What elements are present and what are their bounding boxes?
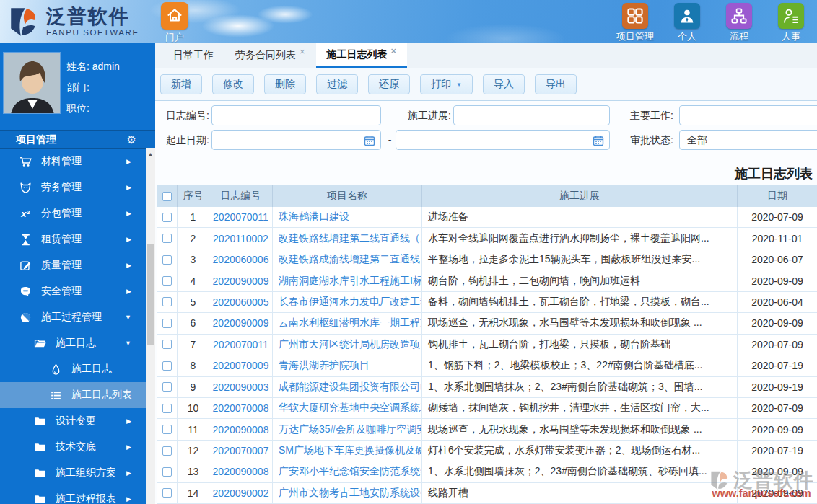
sidebar-item[interactable]: x²分包管理▶ xyxy=(0,200,146,226)
progress-input[interactable] xyxy=(453,105,610,125)
cell-log-no[interactable]: 2020070009 xyxy=(209,355,273,376)
row-checkbox[interactable] xyxy=(162,361,172,371)
sidebar-item[interactable]: 劳务管理▶ xyxy=(0,174,146,200)
row-checkbox[interactable] xyxy=(162,404,172,413)
start-date-input[interactable] xyxy=(211,130,381,150)
cell-project[interactable]: 华软大厦研究基地中央空调系统工程 xyxy=(273,398,422,418)
cell-project[interactable]: SM广场地下车库更换摄像机及硬... xyxy=(273,441,422,461)
column-header[interactable]: 日志编号 xyxy=(209,185,273,207)
scrollbar-thumb[interactable] xyxy=(147,244,154,345)
table-row[interactable]: 52020060005长春市伊通河水力发电厂改建工程备料，砌间墙钩机排土，瓦工砌… xyxy=(157,292,817,313)
sidebar-item[interactable]: 施工日志▼ xyxy=(0,330,146,356)
module-project-management[interactable]: 项目管理 xyxy=(615,3,655,43)
select-all-checkbox[interactable] xyxy=(162,192,172,201)
main-work-input[interactable] xyxy=(679,105,817,125)
close-icon[interactable]: × xyxy=(300,46,305,57)
module-workflow[interactable]: 流程 xyxy=(719,3,759,43)
row-checkbox[interactable] xyxy=(162,319,172,328)
column-header[interactable]: 日期 xyxy=(738,185,817,207)
sidebar-item[interactable]: 租赁管理▶ xyxy=(0,226,146,252)
module-personal[interactable]: 个人 xyxy=(667,3,707,43)
sidebar-item[interactable]: 施工过程管理▼ xyxy=(0,304,146,330)
cell-project[interactable]: 珠海鹤港口建设 xyxy=(273,207,422,227)
toolbar-button[interactable]: 打印▼ xyxy=(420,74,473,94)
table-row[interactable]: 62020090009云南水利枢纽潜明水库一期工程施...现场巡查，无积水现象，… xyxy=(157,313,817,334)
cell-log-no[interactable]: 2020090008 xyxy=(209,419,273,439)
table-row[interactable]: 112020090008万达广场35#会所及咖啡厅空调安...现场巡查，无积水现… xyxy=(157,419,817,440)
sidebar-item[interactable]: 施工日志 xyxy=(0,356,146,382)
column-header[interactable]: 施工进展 xyxy=(422,185,738,207)
column-header[interactable]: 序号 xyxy=(178,185,209,207)
cell-project[interactable]: 万达广场35#会所及咖啡厅空调安... xyxy=(273,419,422,439)
sidebar-item[interactable]: 材料管理▶ xyxy=(0,149,146,174)
tab[interactable]: 日常工作 xyxy=(162,43,224,68)
cell-project[interactable]: 改建铁路线增建第二线直通线（成... xyxy=(273,228,422,248)
table-row[interactable]: 102020070008华软大厦研究基地中央空调系统工程砌矮墙，抹间墙灰，钩机挖… xyxy=(157,398,817,419)
cell-log-no[interactable]: 2020070011 xyxy=(209,335,273,355)
row-checkbox[interactable] xyxy=(162,213,172,222)
toolbar-button[interactable]: 新增 xyxy=(160,74,202,94)
cell-log-no[interactable]: 2020090003 xyxy=(209,377,273,397)
sidebar-item[interactable]: 质量管理▶ xyxy=(0,252,146,278)
toolbar-button[interactable]: 还原 xyxy=(368,74,410,94)
table-row[interactable]: 122020070007SM广场地下车库更换摄像机及硬...灯柱6个安装完成，水… xyxy=(157,441,817,461)
table-row[interactable]: 132020090008广安邓小平纪念馆安全防范系统维...1、水系北侧围墙抹灰… xyxy=(157,461,817,482)
portal-button[interactable]: 门户 xyxy=(159,2,191,44)
cell-project[interactable]: 广州市天河区统计局机房改造项目 xyxy=(273,335,422,355)
sidebar-item[interactable]: 安全管理▶ xyxy=(0,278,146,304)
cell-log-no[interactable]: 2020090009 xyxy=(209,270,273,291)
sidebar-item[interactable]: 施工组织方案▶ xyxy=(0,460,146,486)
row-checkbox[interactable] xyxy=(162,297,172,306)
row-checkbox[interactable] xyxy=(162,467,172,477)
toolbar-button[interactable]: 删除 xyxy=(264,74,306,94)
cell-log-no[interactable]: 2020070007 xyxy=(209,441,273,461)
cell-project[interactable]: 广安邓小平纪念馆安全防范系统维... xyxy=(273,461,422,482)
gear-icon[interactable]: ⚙ xyxy=(127,131,136,149)
toolbar-button[interactable]: 修改 xyxy=(212,74,254,94)
cell-log-no[interactable]: 2020070011 xyxy=(209,207,273,227)
sidebar-item[interactable]: 技术交底▶ xyxy=(0,434,146,460)
row-checkbox[interactable] xyxy=(162,446,172,456)
tab[interactable]: 劳务合同列表× xyxy=(224,43,316,68)
column-header[interactable]: 项目名称 xyxy=(273,185,422,207)
row-checkbox[interactable] xyxy=(162,488,172,498)
cell-log-no[interactable]: 2020060005 xyxy=(209,292,273,312)
table-row[interactable]: 22020110002改建铁路线增建第二线直通线（成...水车对全线遮阳网覆盖点… xyxy=(157,228,817,249)
cell-project[interactable]: 广州市文物考古工地安防系统设备... xyxy=(273,483,422,503)
toolbar-button[interactable]: 过滤 xyxy=(316,74,358,94)
toolbar-button[interactable]: 导出 xyxy=(535,74,577,94)
table-row[interactable]: 32020060006改建铁路成渝线增建第二直通线（...平整场地，拉走多余泥土… xyxy=(157,249,817,270)
toolbar-button[interactable]: 导入 xyxy=(483,74,525,94)
sidebar-item[interactable]: 施工日志列表 xyxy=(0,382,146,408)
cell-log-no[interactable]: 2020110002 xyxy=(209,228,273,248)
table-row[interactable]: 42020090009湖南洞庭湖水库引水工程施工I标砌台阶，钩机排土，二包砌间墙… xyxy=(157,270,817,291)
sidebar-item[interactable]: 施工过程报表▶ xyxy=(0,486,146,504)
sidebar-item[interactable]: 设计变更▶ xyxy=(0,408,146,434)
close-icon[interactable]: × xyxy=(391,45,397,56)
row-checkbox[interactable] xyxy=(162,382,172,392)
tab[interactable]: 施工日志列表× xyxy=(316,43,408,68)
table-row[interactable]: 12020070011珠海鹤港口建设进场准备2020-07-09 xyxy=(157,207,817,228)
row-checkbox[interactable] xyxy=(162,425,172,434)
cell-project[interactable]: 湖南洞庭湖水库引水工程施工I标 xyxy=(273,270,422,291)
end-date-input[interactable] xyxy=(396,130,610,150)
table-row[interactable]: 142020090002广州市文物考古工地安防系统设备...线路开槽2020-0… xyxy=(157,483,817,504)
cell-log-no[interactable]: 2020090008 xyxy=(209,461,273,482)
module-hr[interactable]: 人事 xyxy=(771,3,811,43)
cell-project[interactable]: 长春市伊通河水力发电厂改建工程 xyxy=(273,292,422,312)
cell-project[interactable]: 云南水利枢纽潜明水库一期工程施... xyxy=(273,313,422,333)
table-row[interactable]: 92020090003成都能源建设集团投资有限公司临...1、水系北侧围墙抹灰；… xyxy=(157,377,817,398)
cell-log-no[interactable]: 2020090002 xyxy=(209,483,273,503)
sidebar-scrollbar[interactable]: ▲ xyxy=(146,148,155,504)
calendar-icon[interactable] xyxy=(593,135,604,146)
scroll-up-icon[interactable]: ▲ xyxy=(146,151,155,156)
log-no-input[interactable] xyxy=(211,105,381,125)
cell-project[interactable]: 改建铁路成渝线增建第二直通线（... xyxy=(273,249,422,270)
cell-log-no[interactable]: 2020070008 xyxy=(209,398,273,418)
cell-project[interactable]: 成都能源建设集团投资有限公司临... xyxy=(273,377,422,397)
cell-log-no[interactable]: 2020090009 xyxy=(209,313,273,333)
table-row[interactable]: 72020070011广州市天河区统计局机房改造项目钩机排土，瓦工砌台阶，打地梁… xyxy=(157,335,817,355)
cell-project[interactable]: 青海洪湖养护院项目 xyxy=(273,355,422,376)
calendar-icon[interactable] xyxy=(364,135,375,146)
row-checkbox[interactable] xyxy=(162,340,172,349)
